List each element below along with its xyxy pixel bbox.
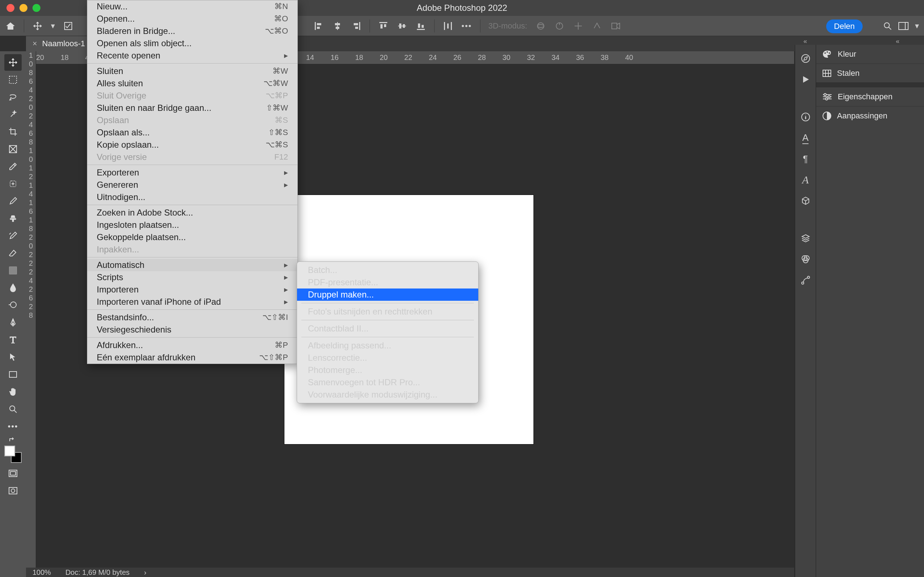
doc-info[interactable]: Doc: 1,69 M/0 bytes [65,568,130,577]
align-left-icon[interactable] [313,21,324,31]
menu-item[interactable]: Versiegeschiedenis [87,324,297,336]
panel-tab-eigenschappen[interactable]: Eigenschappen [816,87,924,106]
dodge-tool[interactable] [4,297,22,313]
collapse-panels-right[interactable]: « [896,37,900,45]
align-center-h-icon[interactable] [332,21,343,31]
hand-tool[interactable] [4,384,22,400]
zoom-level[interactable]: 100% [32,568,51,577]
status-menu-arrow[interactable]: › [144,568,146,577]
align-bottom-icon[interactable] [415,21,426,31]
history-brush-tool[interactable] [4,227,22,244]
swap-colors-icon[interactable] [4,435,22,443]
menu-item[interactable]: Recente openen▶ [87,50,297,62]
window-minimize-button[interactable] [19,4,27,12]
path-selection-tool[interactable] [4,349,22,366]
menu-item[interactable]: Automatisch▶ [87,259,297,271]
panel-tab-kleur[interactable]: Kleur [816,45,924,64]
close-tab-icon[interactable]: × [32,39,37,48]
move-tool-icon[interactable] [32,21,43,31]
type-tool[interactable] [4,332,22,348]
paths-panel-icon[interactable] [799,273,813,287]
submenu-item[interactable]: Batch... [297,264,478,276]
menu-item[interactable]: Bladeren in Bridge...⌥⌘O [87,25,297,37]
gradient-tool[interactable] [4,262,22,279]
quick-mask-icon[interactable] [4,482,22,499]
window-zoom-button[interactable] [32,4,40,12]
menu-item[interactable]: Importeren vanaf iPhone of iPad▶ [87,296,297,308]
auto-select-checkbox[interactable] [63,21,74,31]
blur-tool[interactable] [4,279,22,296]
menu-item[interactable]: Gekoppelde plaatsen... [87,231,297,243]
healing-brush-tool[interactable] [4,176,22,192]
marquee-tool[interactable] [4,71,22,88]
paragraph-panel-icon[interactable]: ¶ [799,152,813,166]
clone-stamp-tool[interactable] [4,210,22,227]
window-close-button[interactable] [6,4,14,12]
info-icon[interactable] [799,110,813,124]
panel-tab-stalen[interactable]: Stalen [816,64,924,82]
magic-wand-tool[interactable] [4,106,22,123]
menu-item[interactable]: Exporteren▶ [87,166,297,179]
brush-tool[interactable] [4,193,22,210]
collapse-panels-left[interactable]: « [803,37,807,45]
submenu-item[interactable]: Afbeelding passend... [297,339,478,352]
character-panel-icon[interactable]: A [799,131,813,145]
submenu-item[interactable]: Voorwaardelijke moduswijziging... [297,388,478,401]
submenu-item[interactable]: Samenvoegen tot HDR Pro... [297,376,478,388]
document-tab[interactable]: × Naamloos-1 [26,36,91,51]
workspace-switcher-icon[interactable] [898,22,908,30]
rectangle-tool[interactable] [4,366,22,383]
submenu-item[interactable]: Lenscorrectie... [297,352,478,364]
move-tool[interactable] [4,54,22,71]
align-top-icon[interactable] [378,21,389,31]
channels-panel-icon[interactable] [799,252,813,266]
menu-item[interactable]: Bestandsinfo...⌥⇧⌘I [87,311,297,324]
eyedropper-tool[interactable] [4,158,22,175]
submenu-item[interactable]: PDF-presentatie... [297,276,478,288]
search-icon[interactable] [883,22,892,30]
screen-mode-icon[interactable] [4,465,22,482]
menu-item[interactable]: Alles sluiten⌥⌘W [87,77,297,90]
lasso-tool[interactable] [4,89,22,105]
color-swatches[interactable] [4,446,22,463]
edit-toolbar-icon[interactable]: ••• [4,418,22,435]
menu-item[interactable]: Nieuw...⌘N [87,0,297,13]
play-icon[interactable] [799,72,813,87]
menu-item[interactable]: Genereren▶ [87,179,297,191]
crop-tool[interactable] [4,124,22,140]
home-button[interactable] [5,21,16,31]
layers-panel-icon[interactable] [799,231,813,245]
menu-item[interactable]: Ingesloten plaatsen... [87,219,297,231]
submenu-item[interactable]: Druppel maken... [297,288,478,301]
submenu-item[interactable]: Photomerge... [297,364,478,376]
menu-item[interactable]: Importeren▶ [87,284,297,296]
submenu-item[interactable]: Contactblad II... [297,322,478,335]
menu-item[interactable]: Sluiten en naar Bridge gaan...⇧⌘W [87,102,297,114]
eraser-tool[interactable] [4,245,22,261]
3d-panel-icon[interactable] [799,193,813,208]
frame-tool[interactable] [4,141,22,158]
menu-item[interactable]: Openen als slim object... [87,37,297,50]
share-button[interactable]: Delen [826,19,863,33]
menu-item[interactable]: Sluiten⌘W [87,65,297,77]
distribute-icon[interactable] [442,21,453,31]
ruler-vertical[interactable]: 1086420246810121416182022242628 [26,51,36,567]
panel-tab-aanpassingen[interactable]: Aanpassingen [816,106,924,125]
glyphs-panel-icon[interactable]: A [799,172,813,187]
menu-item[interactable]: Opslaan als...⇧⌘S [87,126,297,139]
pen-tool[interactable] [4,314,22,331]
menu-item[interactable]: Kopie opslaan...⌥⌘S [87,139,297,151]
align-center-v-icon[interactable] [397,21,408,31]
menu-item[interactable]: Openen...⌘O [87,13,297,25]
menu-item[interactable]: Eén exemplaar afdrukken⌥⇧⌘P [87,351,297,364]
menu-item[interactable]: Scripts▶ [87,271,297,284]
menu-item[interactable]: Uitnodigen... [87,191,297,203]
menu-item[interactable]: Afdrukken...⌘P [87,339,297,351]
zoom-tool[interactable] [4,401,22,417]
menu-item[interactable]: Zoeken in Adobe Stock... [87,206,297,219]
more-options-icon[interactable]: ••• [461,21,472,31]
svg-rect-14 [399,24,401,29]
submenu-item[interactable]: Foto's uitsnijden en rechttrekken [297,305,478,318]
discover-icon[interactable] [799,51,813,66]
align-right-icon[interactable] [351,21,362,31]
